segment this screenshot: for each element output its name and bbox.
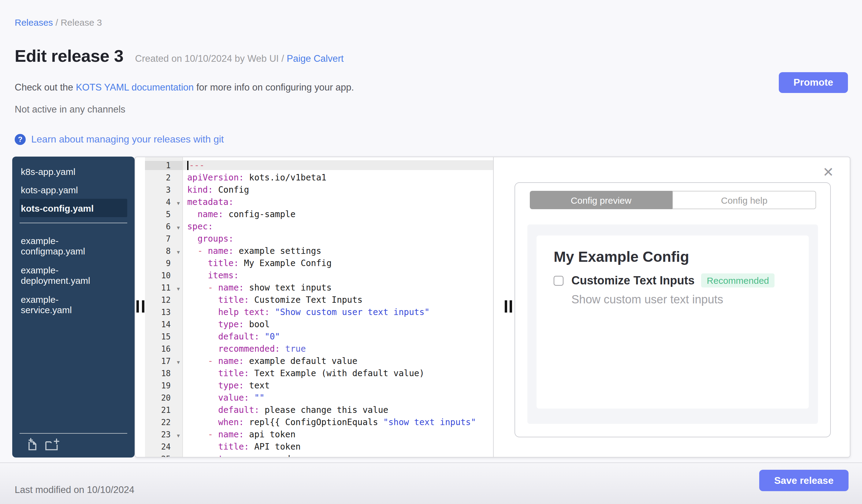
- sidebar-item-k8s-app-yaml[interactable]: k8s-app.yaml: [19, 162, 127, 181]
- page: Releases / Release 3 Edit release 3 Crea…: [0, 0, 862, 504]
- config-group-title: My Example Config: [554, 248, 689, 265]
- sidebar-item-example-deployment-yaml[interactable]: example-deployment.yaml: [19, 261, 106, 290]
- code-line-text[interactable]: name: config-sample: [183, 209, 493, 219]
- code-line: 16 recommended: true: [145, 343, 493, 355]
- fold-arrow-icon[interactable]: ▼: [177, 250, 180, 255]
- kots-yaml-docs-link[interactable]: KOTS YAML documentation: [76, 82, 194, 92]
- config-preview-card: Config preview Config help My Example Co…: [514, 182, 831, 437]
- save-release-button[interactable]: Save release: [759, 470, 849, 491]
- config-item-label[interactable]: Customize Text Inputs: [571, 274, 695, 287]
- promote-button[interactable]: Promote: [779, 72, 848, 93]
- fold-arrow-icon[interactable]: ▼: [177, 360, 180, 365]
- created-by-user-link[interactable]: Paige Calvert: [287, 53, 343, 64]
- sidebar-item-example-configmap-yaml[interactable]: example-configmap.yaml: [19, 231, 106, 261]
- recommended-badge: Recommended: [702, 274, 774, 288]
- line-number: 20: [145, 393, 183, 402]
- code-line: 19 type: text: [145, 379, 493, 392]
- resize-handle-left[interactable]: [136, 300, 139, 313]
- yaml-code-editor[interactable]: 1---2apiVersion: kots.io/v1beta13kind: C…: [145, 157, 494, 457]
- line-number: 1: [145, 161, 183, 170]
- code-line-text[interactable]: type: password: [183, 454, 493, 457]
- resize-handle-left[interactable]: [142, 300, 144, 313]
- fold-arrow-icon[interactable]: ▼: [177, 433, 180, 438]
- channel-status-text: Not active in any channels: [15, 104, 126, 115]
- tab-config-help[interactable]: Config help: [672, 191, 816, 209]
- code-line: 11▼ - name: show_text_inputs: [145, 281, 493, 294]
- code-line-text[interactable]: ---: [183, 160, 493, 170]
- new-file-button[interactable]: [26, 438, 39, 451]
- code-line-text[interactable]: value: "": [183, 393, 493, 402]
- code-line-text[interactable]: type: bool: [183, 319, 493, 329]
- code-line-text[interactable]: when: repl{{ ConfigOptionEquals "show_te…: [183, 417, 493, 427]
- code-line: 20 value: "": [145, 392, 493, 404]
- code-line: 5 name: config-sample: [145, 208, 493, 220]
- code-line: 17▼ - name: example_default_value: [145, 355, 493, 367]
- line-number: 5: [145, 210, 183, 219]
- question-icon[interactable]: ?: [15, 134, 26, 145]
- code-line-text[interactable]: - name: example_default_value: [183, 356, 493, 366]
- sidebar-divider: [19, 433, 127, 434]
- sidebar-item-example-service-yaml[interactable]: example-service.yaml: [19, 290, 106, 319]
- code-line-text[interactable]: recommended: true: [183, 344, 493, 354]
- code-line-text[interactable]: items:: [183, 270, 493, 280]
- code-line-text[interactable]: title: My Example Config: [183, 258, 493, 268]
- code-line: 3kind: Config: [145, 184, 493, 196]
- new-folder-button[interactable]: [45, 438, 61, 451]
- fold-arrow-icon[interactable]: ▼: [177, 225, 180, 230]
- code-line: 18 title: Text Example (with default val…: [145, 367, 493, 379]
- code-line-text[interactable]: default: please change this value: [183, 405, 493, 415]
- config-item-checkbox[interactable]: [554, 276, 563, 285]
- line-number: 3: [145, 185, 183, 194]
- tab-config-preview[interactable]: Config preview: [530, 191, 672, 209]
- code-line-text[interactable]: apiVersion: kots.io/v1beta1: [183, 172, 493, 182]
- footer-band: [0, 462, 862, 504]
- fold-arrow-icon[interactable]: ▼: [177, 287, 180, 291]
- line-number: 15: [145, 332, 183, 341]
- code-line-text[interactable]: title: Text Example (with default value): [183, 368, 493, 378]
- code-line: 8▼ - name: example_settings: [145, 245, 493, 257]
- code-line-text[interactable]: default: "0": [183, 332, 493, 341]
- line-number: 13: [145, 307, 183, 317]
- line-number: 25: [145, 454, 183, 457]
- code-line-text[interactable]: groups:: [183, 234, 493, 243]
- code-line-text[interactable]: - name: api_token: [183, 429, 493, 439]
- code-line-text[interactable]: title: Customize Text Inputs: [183, 295, 493, 305]
- line-number: 24: [145, 442, 183, 451]
- line-number: 4▼: [145, 197, 183, 207]
- breadcrumb-releases-link[interactable]: Releases: [15, 17, 53, 27]
- code-line-text[interactable]: help_text: "Show custom user text inputs…: [183, 307, 493, 317]
- preview-tabs: Config preview Config help: [530, 191, 816, 209]
- resize-handle-right[interactable]: [505, 300, 507, 313]
- docs-hint-after: for more info on configuring your app.: [194, 82, 354, 92]
- code-line-text[interactable]: spec:: [183, 222, 493, 231]
- resize-handle-right[interactable]: [510, 300, 512, 313]
- code-line-text[interactable]: title: API token: [183, 442, 493, 451]
- line-number: 8▼: [145, 246, 183, 255]
- code-line-text[interactable]: metadata:: [183, 197, 493, 207]
- line-number: 19: [145, 381, 183, 390]
- learn-git-row: ? Learn about managing your releases wit…: [15, 134, 224, 145]
- line-number: 2: [145, 173, 183, 182]
- sidebar-actions: [12, 427, 134, 457]
- line-number: 21: [145, 405, 183, 414]
- new-file-icon: [26, 444, 39, 453]
- sidebar-item-kots-app-yaml[interactable]: kots-app.yaml: [19, 181, 127, 199]
- code-line: 24 title: API token: [145, 440, 493, 453]
- config-item-help-text: Show custom user text inputs: [571, 293, 723, 306]
- code-line-text[interactable]: - name: show_text_inputs: [183, 282, 493, 292]
- line-number: 12: [145, 295, 183, 304]
- fold-arrow-icon[interactable]: ▼: [177, 201, 180, 206]
- learn-git-link[interactable]: Learn about managing your releases with …: [31, 134, 224, 145]
- code-line-text[interactable]: kind: Config: [183, 185, 493, 195]
- text-cursor: [187, 161, 188, 170]
- close-icon[interactable]: ✕: [823, 166, 834, 179]
- editor-preview-panel: 1---2apiVersion: kots.io/v1beta13kind: C…: [134, 157, 850, 457]
- line-number: 11▼: [145, 283, 183, 292]
- config-item-row: Customize Text Inputs Recommended: [554, 274, 774, 288]
- release-workspace: 1---2apiVersion: kots.io/v1beta13kind: C…: [12, 157, 850, 457]
- last-modified-text: Last modified on 10/10/2024: [15, 485, 134, 495]
- code-line-text[interactable]: type: text: [183, 381, 493, 390]
- sidebar-item-kots-config-yaml[interactable]: kots-config.yaml: [19, 199, 127, 217]
- line-number: 14: [145, 320, 183, 329]
- code-line-text[interactable]: - name: example_settings: [183, 246, 493, 256]
